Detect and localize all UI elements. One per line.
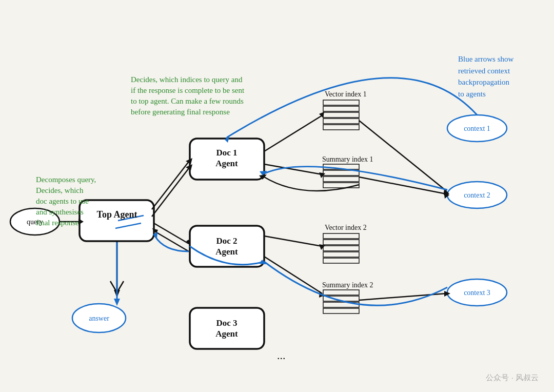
svg-rect-15: [323, 164, 359, 169]
svg-rect-22: [323, 252, 359, 257]
top-agent-note: Decomposes query,Decides, whichdoc agent…: [36, 174, 96, 228]
svg-point-6: [72, 304, 126, 332]
svg-marker-59: [260, 171, 267, 175]
svg-rect-18: [323, 183, 359, 188]
svg-line-52: [264, 236, 322, 246]
svg-text:Summary index 2: Summary index 2: [322, 281, 373, 289]
svg-marker-53: [319, 244, 325, 250]
svg-text:Summary index 1: Summary index 1: [322, 155, 373, 163]
svg-marker-38: [186, 164, 192, 170]
svg-line-56: [359, 293, 446, 300]
svg-marker-51: [259, 174, 267, 180]
svg-rect-2: [190, 139, 264, 180]
svg-rect-3: [190, 226, 264, 267]
svg-line-65: [115, 223, 141, 228]
svg-line-64: [118, 215, 144, 221]
blue-arrows-note: Blue arrows showretrieved contextbackpro…: [458, 53, 513, 100]
svg-marker-57: [444, 291, 450, 297]
svg-marker-55: [319, 291, 324, 298]
watermark: 公众号 · 风叔云: [486, 373, 539, 383]
svg-line-43: [264, 115, 322, 151]
svg-text:...: ...: [277, 349, 286, 362]
svg-rect-25: [323, 296, 359, 301]
svg-marker-36: [186, 158, 192, 164]
svg-text:Doc 1: Doc 1: [216, 148, 237, 158]
svg-marker-61: [153, 232, 157, 239]
svg-text:Vector index 2: Vector index 2: [325, 224, 367, 231]
svg-line-45: [264, 164, 322, 174]
svg-marker-42: [152, 228, 158, 233]
svg-point-9: [447, 279, 507, 306]
svg-text:context 1: context 1: [464, 125, 490, 132]
svg-rect-4: [190, 308, 264, 349]
svg-marker-34: [114, 290, 120, 298]
svg-rect-13: [323, 119, 359, 124]
page-title: Multi-document agents: [0, 0, 554, 31]
svg-line-32: [117, 281, 124, 292]
svg-rect-16: [323, 170, 359, 175]
svg-line-31: [110, 281, 117, 292]
svg-text:Agent: Agent: [215, 329, 238, 339]
svg-text:Top Agent: Top Agent: [97, 209, 137, 220]
svg-rect-10: [323, 100, 359, 105]
svg-rect-21: [323, 246, 359, 251]
svg-text:Doc 3: Doc 3: [216, 318, 237, 328]
svg-rect-24: [323, 290, 359, 295]
svg-rect-12: [323, 112, 359, 117]
svg-marker-46: [319, 172, 325, 178]
svg-line-49: [359, 121, 446, 191]
svg-marker-40: [186, 240, 191, 246]
svg-line-35: [152, 162, 189, 209]
svg-rect-20: [323, 240, 359, 245]
svg-rect-17: [323, 177, 359, 182]
svg-line-39: [154, 223, 189, 244]
svg-text:answer: answer: [89, 315, 109, 322]
svg-rect-11: [323, 106, 359, 111]
svg-text:Agent: Agent: [215, 159, 238, 168]
diagram-canvas: Multi-document agents: [0, 0, 554, 392]
svg-marker-44: [319, 112, 324, 118]
svg-marker-48: [444, 191, 449, 199]
svg-rect-14: [323, 125, 359, 130]
svg-marker-60: [259, 260, 266, 264]
svg-text:context 2: context 2: [464, 191, 490, 199]
svg-text:Agent: Agent: [215, 247, 238, 257]
svg-rect-27: [323, 308, 359, 313]
doc1-agent-note: Decides, which indices to query and if t…: [131, 74, 249, 117]
svg-rect-23: [323, 258, 359, 263]
svg-line-41: [154, 231, 189, 251]
svg-line-47: [359, 177, 446, 194]
svg-text:context 3: context 3: [464, 289, 490, 297]
svg-marker-63: [114, 299, 120, 306]
svg-line-37: [152, 168, 189, 217]
svg-point-8: [447, 182, 507, 208]
svg-text:Vector index 1: Vector index 1: [325, 90, 367, 98]
svg-line-54: [264, 257, 322, 293]
svg-point-7: [447, 115, 507, 142]
svg-text:Doc 2: Doc 2: [216, 236, 237, 246]
svg-marker-50: [444, 188, 449, 195]
svg-marker-58: [225, 135, 230, 143]
svg-rect-19: [323, 233, 359, 239]
svg-rect-26: [323, 302, 359, 307]
